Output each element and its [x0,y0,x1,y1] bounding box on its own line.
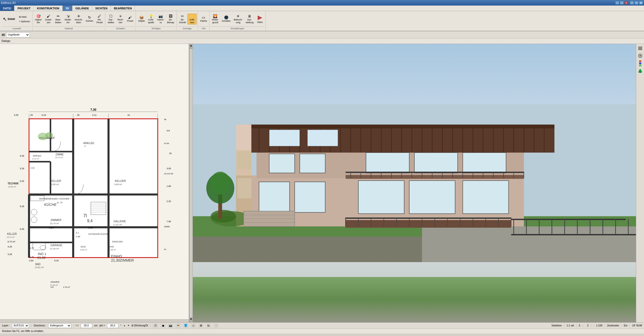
drehen-btn[interactable]: ↻ Drehen [85,15,95,23]
phi-label: phi = [99,324,105,327]
menu-btn1[interactable]: ≡ [634,1,638,5]
objekt-btn[interactable]: 📦 Objekt [137,15,146,23]
help-btn[interactable]: ? [630,1,634,5]
svg-text:6.00: 6.00 [88,227,93,229]
menu-sichten[interactable]: SICHTEN [92,6,111,11]
3dbitmap-btn[interactable]: 🖼 3D-Bitmap [166,14,175,25]
eraser-tool-btn[interactable]: ◇ [191,323,196,328]
terrain-select[interactable]: Urgelände Geländemodell Ohne [6,32,30,37]
svg-rect-136 [300,154,325,173]
objects-tool-btn[interactable] [637,52,643,59]
svg-text:4.25: 4.25 [8,245,12,248]
svg-text:KÜCHE: KÜCHE [44,202,57,207]
mark-icon: ⊞ [19,16,21,18]
svg-rect-111 [422,227,636,262]
record-tool-btn[interactable]: ⏺ [160,323,166,328]
menu-konstruktion[interactable]: KONSTRUKTION [34,6,63,11]
schatten2-btn[interactable]: 🌑 Schatten [221,15,232,23]
abgreifen-label: Abgrei-fen [35,18,42,24]
layer-select[interactable]: AUFZUG WÄNDE [12,323,29,328]
svg-rect-137 [366,153,409,173]
ribbon: ↖ Selekt ⊞ Mark. + Optionen Auswahl [0,11,644,31]
svg-text:KELLER: KELLER [7,233,17,235]
ribbon-group-schatten: ☐ Dar-stellen ≡ Rech-nen 🖌 Pinsel Schatt… [105,12,136,30]
3dschnitt-btn[interactable]: ✂ 3D-Schnitt [178,14,187,25]
kamera-btn[interactable]: 📷 Kame-ra [156,14,165,25]
svg-text:13.72 m²: 13.72 m² [7,236,15,238]
einfuegen-label: Einfügen [137,26,175,30]
svg-rect-116 [409,181,455,214]
video-btn[interactable]: ▶ Video [255,14,264,24]
svg-text:3.05: 3.05 [30,167,35,169]
menu-projekt[interactable]: PROJEKT [14,6,34,11]
optionen-btn[interactable]: + Optionen [18,19,31,23]
svg-text:25: 25 [77,114,79,116]
clock-tool-btn[interactable]: ⏱ [153,323,158,328]
angle-stepper-up[interactable]: ▲ [123,324,125,327]
compass-tool-btn[interactable]: N [206,323,211,328]
einstellungen-label: Einstellungen [210,26,264,30]
svg-rect-118 [346,220,511,228]
darstellung-btn[interactable]: 🖥 Dar-stellung [245,14,255,25]
angle-stepper-dn[interactable]: ▼ [127,324,129,327]
svg-text:3.29: 3.29 [20,167,24,170]
lichtquelle-icon: 💡 [149,14,153,18]
menu-btn2[interactable]: ⊞ [639,1,643,5]
bearbeiten-btn[interactable]: ✏ Bear-beiten [54,14,63,25]
verschieben-btn[interactable]: ✛ Verschi-eben [73,14,84,25]
menu-datei[interactable]: DATEI [0,6,14,11]
beleuchtung-btn[interactable]: ☀ Beleuch-tung [232,14,244,25]
floorplan-container[interactable]: 7.30 3.29 25 6.24 25 3.11 41 3.8 15 3.05… [0,44,189,322]
selekt-btn[interactable]: ↖ Selekt [2,16,17,22]
fill-tool-btn[interactable]: 🪣 [183,323,189,328]
hinpinsel-label: Hin.Pinsel [96,18,103,24]
rechnen-btn[interactable]: ≡ Rech-nen [116,14,125,25]
sonstige-items: ✂ 3D-Schnitt ⚡ Kolli-sion [178,12,197,26]
3dschnitt-icon: ✂ [181,14,184,18]
hinpinsel-btn[interactable]: 🖊 Hin.Pinsel [95,14,104,25]
geschoss-select[interactable]: Kellergesch Erdgeschoss Obergeschoss [48,323,71,328]
svg-text:33558: 33558 [164,226,170,228]
menu-gelaende[interactable]: GELÄNDE [72,6,92,11]
panel-scrollbar[interactable] [0,319,189,322]
vertical-scrollbar[interactable]: ▲ ▼ [189,44,193,322]
svg-rect-221 [638,49,642,50]
flaeche-btn[interactable]: ▭ Fläche [199,15,208,23]
layers-tool-btn[interactable] [637,45,643,51]
pen-tool-btn[interactable]: ✏ [175,323,181,328]
svg-text:7l: 7l [83,213,87,218]
svg-text:11.08 m²: 11.08 m² [108,249,116,251]
svg-text:1.75: 1.75 [30,256,34,258]
menu-bar: DATEI PROJEKT KONSTRUKTION 3D GELÄNDE SI… [0,6,644,11]
right-panel[interactable]: 🌲 [193,44,644,322]
3dbitmap-icon: 🖼 [169,14,172,18]
abgreifen-btn[interactable]: 🎯 Abgrei-fen [34,14,43,25]
drehen-icon: ↻ [88,16,91,19]
tree-tool-btn[interactable]: 🌲 [637,68,643,74]
darstellen-btn[interactable]: ☐ Dar-stellen [106,14,115,25]
kollision-btn[interactable]: ⚡ Kolli-sion [187,14,197,25]
grid-tool-btn[interactable]: ⊞ [198,323,204,328]
lichtquelle-btn[interactable]: 💡 Licht-quelle [146,14,155,25]
building-svg [193,44,636,322]
hintergrund-btn[interactable]: 🌄 Hinter-grund [210,14,220,25]
colors-tool-btn[interactable] [637,60,643,67]
menu-3d[interactable]: 3D [63,6,72,11]
menu-bearbeiten[interactable]: BEARBEITEN [111,6,135,11]
skalieren-btn[interactable]: ⇲ Skalie-ren [63,14,73,25]
photo-tool-btn[interactable]: 📷 [168,323,173,328]
l-input[interactable] [81,323,92,328]
svg-text:3.29: 3.29 [20,155,24,157]
close-btn[interactable]: ✕ [624,1,628,5]
svg-text:3.11: 3.11 [92,114,97,116]
mark-btn[interactable]: ⊞ Mark. [18,15,31,19]
maximize-btn[interactable]: □ [620,1,624,5]
svg-text:2.75 m²: 2.75 m² [63,286,70,288]
pinsel-btn[interactable]: 🖌 Pinsel [125,15,135,23]
phi-input[interactable] [107,323,118,328]
uf-num-display: UF NUM [632,324,642,327]
minimize-btn[interactable]: ─ [615,1,619,5]
more-tool-btn[interactable]: ⋮ [213,323,219,328]
zuweisen-btn[interactable]: 🖌 Zuwei-sen [44,14,53,25]
verschieben-label: Verschi-eben [74,18,83,24]
